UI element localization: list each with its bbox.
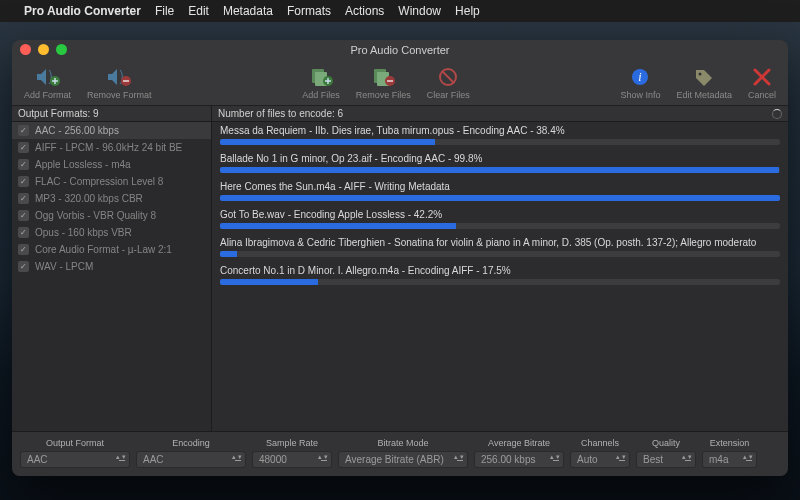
format-row[interactable]: ✓AAC - 256.00 kbps [12,122,211,139]
format-checkbox[interactable]: ✓ [18,227,29,238]
format-row[interactable]: ✓MP3 - 320.00 kbps CBR [12,190,211,207]
add-files-label: Add Files [302,90,340,100]
menu-metadata[interactable]: Metadata [223,4,273,18]
menu-file[interactable]: File [155,4,174,18]
files-minus-icon [369,65,397,89]
format-checkbox[interactable]: ✓ [18,244,29,255]
clear-files-button[interactable]: Clear Files [421,63,476,102]
setting-value: 256.00 kbps [481,454,536,465]
chevron-updown-icon: ▴ ▾ [550,454,560,460]
window-titlebar[interactable]: Pro Audio Converter [12,40,788,60]
chevron-updown-icon: ▴ ▾ [454,454,464,460]
activity-spinner-icon [772,109,782,119]
progress-bar [220,167,780,173]
setting-label: Extension [702,438,757,448]
minimize-window-icon[interactable] [38,44,49,55]
encode-file-row[interactable]: Concerto No.1 in D Minor. I. Allegro.m4a… [212,262,788,290]
menu-formats[interactable]: Formats [287,4,331,18]
progress-fill [220,251,237,257]
remove-format-label: Remove Format [87,90,152,100]
fullscreen-window-icon[interactable] [56,44,67,55]
info-icon: i [626,65,654,89]
remove-files-button[interactable]: Remove Files [350,63,417,102]
setting-label: Sample Rate [252,438,332,448]
format-row[interactable]: ✓Opus - 160 kbps VBR [12,224,211,241]
format-row[interactable]: ✓AIFF - LPCM - 96.0kHz 24 bit BE [12,139,211,156]
progress-bar [220,251,780,257]
setting-select[interactable]: Best▴ ▾ [636,451,696,468]
remove-files-label: Remove Files [356,90,411,100]
column-headers: Output Formats: 9 Number of files to enc… [12,106,788,122]
edit-metadata-button[interactable]: Edit Metadata [670,63,738,102]
encode-queue-list[interactable]: Messa da Requiem - IIb. Dies irae, Tuba … [212,122,788,431]
encode-file-label: Got To Be.wav - Encoding Apple Lossless … [220,209,780,220]
chevron-updown-icon: ▴ ▾ [616,454,626,460]
format-row[interactable]: ✓Ogg Vorbis - VBR Quality 8 [12,207,211,224]
encode-file-row[interactable]: Messa da Requiem - IIb. Dies irae, Tuba … [212,122,788,150]
progress-bar [220,223,780,229]
remove-format-button[interactable]: Remove Format [81,63,158,102]
format-row[interactable]: ✓FLAC - Compression Level 8 [12,173,211,190]
format-label: AIFF - LPCM - 96.0kHz 24 bit BE [35,142,182,153]
setting-value: AAC [143,454,164,465]
setting-label: Quality [636,438,696,448]
add-files-button[interactable]: Add Files [296,63,346,102]
format-checkbox[interactable]: ✓ [18,193,29,204]
progress-fill [220,223,456,229]
cancel-button[interactable]: Cancel [742,63,782,102]
setting-select[interactable]: m4a▴ ▾ [702,451,757,468]
progress-fill [220,167,779,173]
svg-text:i: i [639,70,642,84]
format-checkbox[interactable]: ✓ [18,210,29,221]
format-row[interactable]: ✓Apple Lossless - m4a [12,156,211,173]
setting-select[interactable]: AAC▴ ▾ [20,451,130,468]
menu-window[interactable]: Window [398,4,441,18]
setting-select[interactable]: 256.00 kbps▴ ▾ [474,451,564,468]
format-checkbox[interactable]: ✓ [18,159,29,170]
format-checkbox[interactable]: ✓ [18,261,29,272]
window-title: Pro Audio Converter [350,44,449,56]
format-row[interactable]: ✓WAV - LPCM [12,258,211,275]
speaker-minus-icon [105,65,133,89]
show-info-button[interactable]: i Show Info [614,63,666,102]
encode-file-row[interactable]: Got To Be.wav - Encoding Apple Lossless … [212,206,788,234]
format-settings-bar: Output FormatAAC▴ ▾EncodingAAC▴ ▾Sample … [12,431,788,476]
menu-help[interactable]: Help [455,4,480,18]
add-format-button[interactable]: Add Format [18,63,77,102]
progress-fill [220,195,780,201]
format-row[interactable]: ✓Core Audio Format - µ-Law 2:1 [12,241,211,258]
format-checkbox[interactable]: ✓ [18,125,29,136]
setting-select[interactable]: Average Bitrate (ABR)▴ ▾ [338,451,468,468]
setting-select[interactable]: Auto▴ ▾ [570,451,630,468]
files-plus-icon [307,65,335,89]
progress-bar [220,139,780,145]
app-menu[interactable]: Pro Audio Converter [24,4,141,18]
close-window-icon[interactable] [20,44,31,55]
setting-select[interactable]: AAC▴ ▾ [136,451,246,468]
format-label: Core Audio Format - µ-Law 2:1 [35,244,172,255]
setting-label: Channels [570,438,630,448]
format-checkbox[interactable]: ✓ [18,142,29,153]
encode-file-row[interactable]: Ballade No 1 in G minor, Op 23.aif - Enc… [212,150,788,178]
chevron-updown-icon: ▴ ▾ [232,454,242,460]
toolbar: Add Format Remove Format Add Files [12,60,788,106]
menu-actions[interactable]: Actions [345,4,384,18]
setting-label: Output Format [20,438,130,448]
menu-edit[interactable]: Edit [188,4,209,18]
chevron-updown-icon: ▴ ▾ [743,454,753,460]
setting-value: Average Bitrate (ABR) [345,454,444,465]
clear-icon [434,65,462,89]
setting-select[interactable]: 48000▴ ▾ [252,451,332,468]
format-label: Opus - 160 kbps VBR [35,227,132,238]
progress-bar [220,279,780,285]
format-label: FLAC - Compression Level 8 [35,176,163,187]
setting-label: Encoding [136,438,246,448]
formats-sidebar[interactable]: ✓AAC - 256.00 kbps✓AIFF - LPCM - 96.0kHz… [12,122,212,431]
chevron-updown-icon: ▴ ▾ [682,454,692,460]
format-label: MP3 - 320.00 kbps CBR [35,193,143,204]
encode-file-row[interactable]: Here Comes the Sun.m4a - AIFF - Writing … [212,178,788,206]
format-label: WAV - LPCM [35,261,93,272]
encode-file-label: Messa da Requiem - IIb. Dies irae, Tuba … [220,125,780,136]
format-checkbox[interactable]: ✓ [18,176,29,187]
encode-file-row[interactable]: Alina Ibragimova & Cedric Tiberghien - S… [212,234,788,262]
